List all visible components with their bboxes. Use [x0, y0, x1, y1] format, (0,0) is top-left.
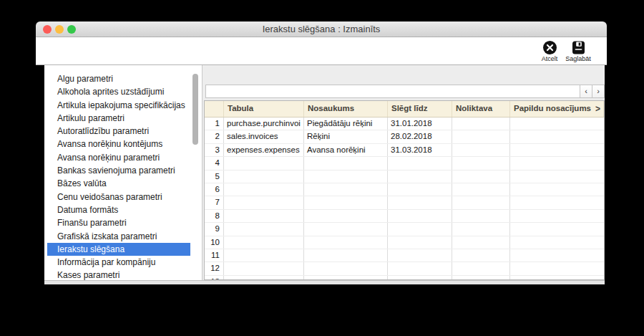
filter-input[interactable]: [205, 85, 580, 98]
table-cell[interactable]: [388, 157, 452, 169]
table-cell[interactable]: [510, 144, 604, 156]
table-cell[interactable]: [224, 157, 304, 169]
sidebar-item[interactable]: Artikulu parametri: [47, 112, 190, 125]
table-cell[interactable]: [510, 236, 604, 249]
table-cell[interactable]: [510, 262, 604, 274]
row-number-cell[interactable]: 11: [205, 249, 224, 261]
table-cell[interactable]: [510, 223, 604, 235]
table-cell[interactable]: [452, 117, 510, 130]
row-number-cell[interactable]: 10: [205, 236, 224, 249]
table-cell[interactable]: [304, 196, 388, 208]
row-number-cell[interactable]: 1: [205, 117, 224, 130]
table-cell[interactable]: [224, 223, 304, 235]
table-cell[interactable]: 31.01.2018: [388, 117, 452, 130]
table-cell[interactable]: [388, 171, 452, 183]
row-number-cell[interactable]: 5: [205, 171, 224, 183]
table-cell[interactable]: [510, 171, 604, 183]
table-cell[interactable]: [510, 196, 604, 208]
table-cell[interactable]: [452, 157, 510, 169]
table-cell[interactable]: expenses.expenses: [224, 144, 304, 156]
row-number-cell[interactable]: 6: [205, 183, 224, 196]
table-cell[interactable]: [304, 249, 388, 261]
sidebar-item[interactable]: Bankas savienojuma parametri: [47, 164, 190, 177]
row-number-cell[interactable]: 4: [205, 157, 224, 169]
table-cell[interactable]: Piegādātāju rēķini: [304, 117, 388, 130]
table-cell[interactable]: [388, 196, 452, 208]
table-cell[interactable]: [510, 130, 604, 143]
scroll-columns-right-button[interactable]: ›: [592, 85, 605, 98]
sidebar-item[interactable]: Cenu veidošanas parametri: [47, 191, 190, 203]
scroll-columns-left-button[interactable]: ‹: [580, 85, 592, 98]
table-cell[interactable]: 28.02.2018: [388, 130, 452, 143]
table-cell[interactable]: [510, 157, 604, 169]
row-number-cell[interactable]: 12: [205, 262, 224, 274]
sidebar-item[interactable]: Kases parametri: [47, 269, 190, 280]
table-cell[interactable]: [388, 262, 452, 274]
table-cell[interactable]: [304, 183, 388, 196]
sidebar-item[interactable]: Datuma formāts: [47, 203, 190, 216]
table-cell[interactable]: [304, 157, 388, 169]
table-cell[interactable]: [304, 262, 388, 274]
table-cell[interactable]: [304, 171, 388, 183]
table-cell[interactable]: Avansa norēķini: [304, 144, 388, 156]
records-closing-table: Tabula Nosaukums Slēgt līdz Noliktava Pa…: [204, 100, 605, 280]
table-cell[interactable]: Rēķini: [304, 130, 388, 143]
table-cell[interactable]: [452, 262, 510, 274]
table-cell[interactable]: sales.invoices: [224, 130, 304, 143]
table-cell[interactable]: purchase.purchinvoi: [224, 117, 304, 130]
sidebar-item[interactable]: Informācija par kompāniju: [47, 256, 190, 269]
table-cell[interactable]: 31.03.2018: [388, 144, 452, 156]
table-cell[interactable]: [452, 171, 510, 183]
close-window-button[interactable]: [43, 25, 52, 34]
more-columns-indicator[interactable]: >: [595, 101, 600, 117]
table-cell[interactable]: [224, 210, 304, 222]
sidebar-item[interactable]: Avansa norēķinu kontējums: [47, 138, 190, 150]
titlebar[interactable]: Ierakstu slēgšana : Izmainīts: [36, 21, 607, 37]
table-cell[interactable]: [452, 196, 510, 208]
table-cell[interactable]: [510, 210, 604, 222]
table-cell[interactable]: [452, 249, 510, 261]
sidebar-item[interactable]: Finanšu parametri: [47, 216, 190, 229]
table-cell[interactable]: [510, 249, 604, 261]
table-cell[interactable]: [304, 223, 388, 235]
sidebar-item[interactable]: Alkohola aprites uzstādījumi: [47, 85, 190, 98]
row-number-cell[interactable]: 3: [205, 144, 224, 156]
table-cell[interactable]: [224, 171, 304, 183]
table-cell[interactable]: [224, 196, 304, 208]
sidebar-item[interactable]: Autoratlīdzību parametri: [47, 125, 190, 138]
table-cell[interactable]: [388, 183, 452, 196]
sidebar-item[interactable]: Artikula iepakojuma specifikācijas: [47, 99, 190, 112]
row-number-cell[interactable]: 2: [205, 130, 224, 143]
table-cell[interactable]: [452, 144, 510, 156]
table-cell[interactable]: [388, 210, 452, 222]
table-cell[interactable]: [304, 210, 388, 222]
table-cell[interactable]: [224, 262, 304, 274]
table-cell[interactable]: [388, 236, 452, 249]
sidebar-item[interactable]: Bāzes valūta: [47, 177, 190, 190]
table-cell[interactable]: [452, 236, 510, 249]
table-cell[interactable]: [510, 183, 604, 196]
minimize-window-button[interactable]: [55, 25, 64, 34]
row-number-cell[interactable]: 8: [205, 210, 224, 222]
table-cell[interactable]: [224, 236, 304, 249]
save-button[interactable]: Saglabāt: [561, 41, 595, 62]
sidebar-item[interactable]: Grafiskā izskata parametri: [47, 230, 190, 243]
sidebar-item[interactable]: Avansa norēķinu parametri: [47, 151, 190, 164]
settings-sidebar: Algu parametriAlkohola aprites uzstādīju…: [44, 65, 202, 280]
table-cell[interactable]: [304, 236, 388, 249]
table-cell[interactable]: [452, 223, 510, 235]
table-cell[interactable]: [224, 183, 304, 196]
sidebar-item[interactable]: Ierakstu slēgšana: [47, 243, 190, 256]
sidebar-item[interactable]: Algu parametri: [47, 72, 190, 85]
table-cell[interactable]: [224, 249, 304, 261]
table-cell[interactable]: [452, 130, 510, 143]
table-cell[interactable]: [388, 249, 452, 261]
zoom-window-button[interactable]: [67, 25, 76, 34]
row-number-cell[interactable]: 7: [205, 196, 224, 208]
table-cell[interactable]: [452, 210, 510, 222]
table-cell[interactable]: [388, 223, 452, 235]
table-cell[interactable]: [510, 117, 604, 130]
sidebar-scrollbar-thumb[interactable]: [192, 74, 198, 145]
row-number-cell[interactable]: 9: [205, 223, 224, 235]
table-cell[interactable]: [452, 183, 510, 196]
